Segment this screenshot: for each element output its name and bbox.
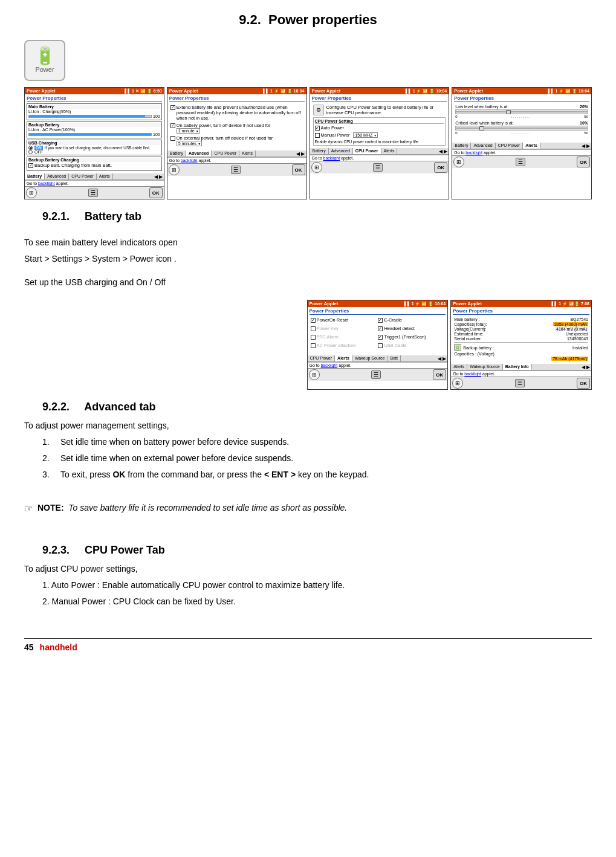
menu-icon-5[interactable]: ☰ bbox=[371, 370, 381, 379]
tab-battery-2[interactable]: Battery bbox=[167, 150, 186, 157]
tab-cpu-3[interactable]: CPU Power bbox=[353, 148, 381, 154]
tab-alerts-3[interactable]: Alerts bbox=[381, 148, 398, 154]
tab-advanced-2[interactable]: Advanced bbox=[186, 150, 212, 157]
screen-content-2: Power Properties Extend battery life and… bbox=[167, 94, 306, 150]
page: 9.2. Power properties 🔋 Power Power Appl… bbox=[0, 0, 616, 670]
backup-battery-bar bbox=[28, 133, 152, 136]
ok-button-1[interactable]: OK bbox=[149, 187, 163, 198]
wakeup-label-1: PowerOn Reset bbox=[317, 317, 349, 323]
low-max: 50 bbox=[584, 115, 588, 118]
tab-cpu-4[interactable]: CPU Power bbox=[496, 143, 524, 149]
windows-icon-3[interactable]: ⊞ bbox=[311, 162, 322, 173]
tab-wakeup-6[interactable]: Wakeup Source bbox=[467, 364, 503, 370]
menu-icon-4[interactable]: ☰ bbox=[516, 158, 525, 166]
backlight-link-4[interactable]: backlight bbox=[465, 150, 482, 155]
backlight-link-5[interactable]: backlight bbox=[321, 363, 338, 367]
tab-battinfo-6[interactable]: Battery Info bbox=[503, 364, 532, 370]
critical-level-row: Critical level when battery is at: 10% 0… bbox=[455, 121, 588, 135]
tab-advanced-4[interactable]: Advanced bbox=[471, 143, 495, 149]
low-level-pct: 20% bbox=[580, 105, 588, 109]
windows-icon-4[interactable]: ⊞ bbox=[453, 157, 464, 167]
wakeup-grid: PowerOn Reset E-Cradle Power Key He bbox=[311, 317, 445, 350]
backlight-link-1[interactable]: backlight bbox=[38, 181, 55, 186]
adv-checkbox-3[interactable] bbox=[170, 136, 175, 141]
menu-icon-6[interactable]: ☰ bbox=[515, 379, 525, 387]
tab-battery-4[interactable]: Battery bbox=[452, 143, 471, 149]
ok-button-6[interactable]: OK bbox=[577, 378, 590, 389]
windows-icon-6[interactable]: ⊞ bbox=[452, 378, 463, 389]
tab-battery-3[interactable]: Battery bbox=[310, 148, 329, 154]
section-title: 9.2. Power properties bbox=[24, 12, 592, 28]
wakeup-item-3: Power Key bbox=[311, 326, 377, 331]
ok-button-4[interactable]: OK bbox=[577, 157, 590, 167]
tab-advanced-3[interactable]: Advanced bbox=[329, 148, 353, 154]
tab-battery-1[interactable]: Battery bbox=[25, 173, 45, 179]
auto-power-checkbox[interactable] bbox=[315, 126, 320, 131]
wakeup-cb-4[interactable] bbox=[378, 326, 383, 331]
adv-checkbox-2[interactable] bbox=[170, 123, 175, 128]
voltage-val: 4164 mV (0 mA) bbox=[555, 327, 588, 331]
tab-alerts-1[interactable]: Alerts bbox=[97, 173, 113, 179]
status-icons-3: ▌▌ 1 ⚡ 📶 🔋 10:04 bbox=[406, 89, 447, 94]
backup-battery-title: Backup Battery bbox=[28, 123, 160, 127]
radio-off[interactable] bbox=[28, 150, 33, 154]
tab-advanced-1[interactable]: Advanced bbox=[45, 173, 69, 179]
main-battery-bar bbox=[28, 115, 152, 118]
wakeup-item-2: E-Cradle bbox=[378, 317, 444, 323]
screen-battery-info: Power Applet ▌▌ 1 ⚡ 📶🔋 7:08 Power Proper… bbox=[450, 300, 592, 390]
tab-batt-5[interactable]: Batt bbox=[387, 355, 400, 361]
wakeup-cb-6[interactable] bbox=[378, 335, 383, 340]
wakeup-cb-3[interactable] bbox=[311, 326, 316, 331]
wakeup-cb-8[interactable] bbox=[378, 343, 383, 348]
off-label: OFF bbox=[34, 150, 43, 154]
adv-dropdown-1[interactable]: 1 minute bbox=[177, 128, 200, 134]
wakeup-cb-1[interactable] bbox=[311, 318, 316, 323]
windows-icon-2[interactable]: ⊞ bbox=[169, 164, 180, 175]
windows-icon-5[interactable]: ⊞ bbox=[309, 369, 320, 380]
wakeup-cb-7[interactable] bbox=[311, 343, 316, 348]
tab-cpu-5[interactable]: CPU Power bbox=[308, 355, 336, 361]
tab-alerts-4[interactable]: Alerts bbox=[523, 143, 540, 149]
app-name-1: Power Applet bbox=[27, 88, 56, 94]
backlight-link-6[interactable]: backlight bbox=[464, 372, 481, 376]
ok-button-3[interactable]: OK bbox=[434, 162, 447, 173]
wakeup-cb-5[interactable] bbox=[311, 335, 316, 340]
wakeup-content: PowerOn Reset E-Cradle Power Key He bbox=[310, 316, 446, 351]
app-name-3: Power Applet bbox=[312, 88, 341, 94]
screen-title-5: Power Properties bbox=[310, 308, 446, 315]
tab-bar-4: Battery Advanced CPU Power Alerts ◀ ▶ bbox=[452, 143, 591, 149]
cap-voltage-row: Capacities : (Voltage) bbox=[454, 352, 588, 356]
critical-max: 50 bbox=[584, 131, 588, 135]
backup-charging-checkbox[interactable] bbox=[28, 163, 33, 168]
menu-icon-1[interactable]: ☰ bbox=[88, 189, 98, 197]
screen-battery: Power Applet ▌▌ 1 ✕ 📶 🔋 6:50 Power Prope… bbox=[24, 87, 164, 199]
backup-battery-fill bbox=[29, 134, 151, 135]
menu-icon-3[interactable]: ☰ bbox=[373, 163, 383, 172]
mhz-dropdown[interactable]: 150 MHZ bbox=[353, 132, 378, 138]
wakeup-cb-2[interactable] bbox=[378, 318, 383, 323]
manual-power-checkbox[interactable] bbox=[315, 133, 320, 138]
backup-batt-row: 🔋 Backup battery : Installed bbox=[454, 344, 588, 351]
tab-alerts-2[interactable]: Alerts bbox=[239, 150, 256, 157]
ok-button-2[interactable]: OK bbox=[292, 164, 305, 175]
adv-dropdown-2[interactable]: 5 minutes bbox=[177, 141, 202, 146]
windows-icon-1[interactable]: ⊞ bbox=[26, 187, 37, 198]
backlight-link-2[interactable]: backlight bbox=[181, 158, 198, 163]
critical-slider-thumb[interactable] bbox=[479, 126, 484, 131]
tab-alerts-6[interactable]: Alerts bbox=[451, 364, 467, 370]
menu-icon-2[interactable]: ☰ bbox=[231, 166, 241, 174]
cmd-bar-3: ⊞ ☰ OK bbox=[310, 161, 449, 173]
tab-cpu-2[interactable]: CPU Power bbox=[212, 150, 239, 157]
radio-on[interactable] bbox=[28, 146, 33, 150]
backup-batt-wrap: 🔋 Backup battery : bbox=[454, 344, 494, 351]
advanced-text-2: Set idle time when on external power bef… bbox=[60, 452, 293, 465]
usb-charging-section: USB Charging ON If you want to set charg… bbox=[27, 140, 162, 155]
low-slider-thumb[interactable] bbox=[506, 110, 511, 114]
ok-button-5[interactable]: OK bbox=[433, 369, 446, 380]
adv-checkbox-1[interactable] bbox=[170, 105, 175, 110]
tab-wakeup-5[interactable]: Wakeup Source bbox=[352, 355, 388, 361]
tab-alerts-5[interactable]: Alerts bbox=[335, 355, 352, 361]
backlight-link-3[interactable]: backlight bbox=[323, 156, 340, 160]
wakeup-item-6: Trigger1 (FrontScan) bbox=[378, 334, 444, 340]
tab-cpu-1[interactable]: CPU Power bbox=[69, 173, 97, 179]
